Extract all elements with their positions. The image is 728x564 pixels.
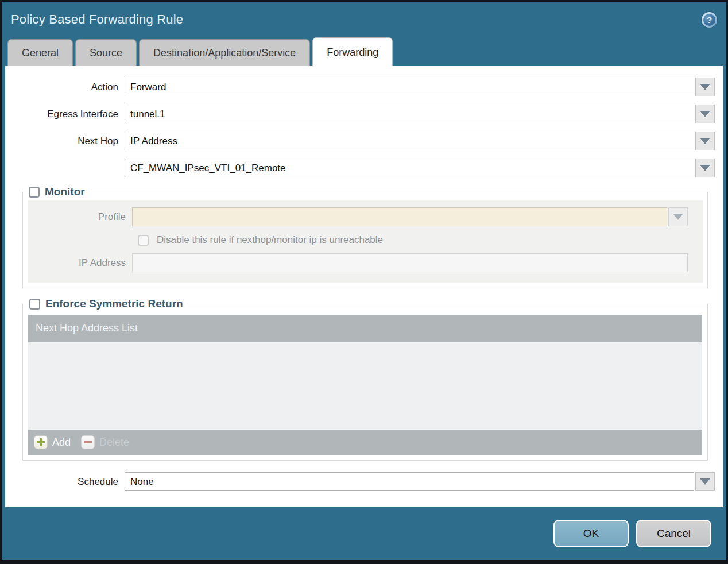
dialog-titlebar: Policy Based Forwarding Rule ?: [2, 2, 726, 37]
profile-dropdown-button: [668, 207, 688, 226]
chevron-down-icon: [700, 478, 710, 485]
disable-rule-label: Disable this rule if nexthop/monitor ip …: [157, 234, 383, 246]
egress-interface-row: Egress Interface: [11, 105, 715, 123]
minus-icon: [81, 435, 95, 449]
schedule-input[interactable]: [125, 472, 694, 491]
monitor-ip-address-row: IP Address: [28, 253, 688, 272]
schedule-row: Schedule: [11, 472, 715, 491]
delete-button: Delete: [81, 435, 129, 449]
profile-input: [132, 207, 667, 226]
tab-destination-application-service[interactable]: Destination/Application/Service: [139, 39, 310, 66]
action-label: Action: [11, 82, 125, 93]
question-mark-glyph: ?: [703, 14, 715, 26]
enforce-symmetric-return-checkbox[interactable]: [29, 299, 40, 310]
dialog-button-bar: OK Cancel: [2, 507, 726, 560]
profile-combo: [132, 207, 688, 226]
next-hop-type-dropdown-button[interactable]: [695, 132, 715, 150]
disable-rule-row: Disable this rule if nexthop/monitor ip …: [138, 234, 688, 246]
egress-interface-label: Egress Interface: [11, 109, 125, 120]
next-hop-address-dropdown-button[interactable]: [695, 159, 715, 177]
next-hop-row: Next Hop: [11, 132, 715, 150]
delete-button-label: Delete: [99, 436, 129, 449]
add-button[interactable]: Add: [34, 435, 71, 449]
policy-based-forwarding-rule-dialog: Policy Based Forwarding Rule ? General S…: [0, 0, 728, 564]
profile-row: Profile: [28, 207, 688, 226]
profile-label: Profile: [28, 211, 132, 223]
action-combo: [125, 78, 715, 96]
monitor-section: Monitor Profile Disable this rule if nex…: [22, 186, 708, 288]
help-icon[interactable]: ?: [702, 12, 717, 28]
disable-rule-checkbox: [138, 235, 149, 246]
next-hop-address-input[interactable]: [125, 159, 694, 177]
egress-interface-input[interactable]: [125, 105, 694, 123]
forwarding-tab-panel: Action Egress Interface Next Hop: [5, 66, 723, 507]
enforce-symmetric-return-legend: Enforce Symmetric Return: [28, 298, 187, 310]
next-hop-address-list-table: Next Hop Address List Add Delete: [28, 315, 702, 455]
monitor-ip-address-input: [132, 253, 688, 272]
chevron-down-icon: [673, 214, 683, 220]
tab-forwarding[interactable]: Forwarding: [312, 37, 393, 66]
next-hop-address-row: [11, 159, 715, 177]
next-hop-address-list-header: Next Hop Address List: [28, 315, 702, 342]
next-hop-address-combo: [125, 159, 715, 177]
next-hop-address-list-toolbar: Add Delete: [28, 430, 702, 455]
chevron-down-icon: [700, 138, 710, 144]
action-row: Action: [11, 78, 715, 96]
chevron-down-icon: [700, 111, 710, 117]
egress-interface-combo: [125, 105, 715, 123]
egress-interface-dropdown-button[interactable]: [695, 105, 715, 123]
monitor-ip-address-label: IP Address: [28, 257, 132, 269]
cancel-button[interactable]: Cancel: [636, 520, 711, 547]
enforce-symmetric-return-section: Enforce Symmetric Return Next Hop Addres…: [22, 298, 708, 461]
next-hop-type-combo: [125, 132, 715, 150]
schedule-dropdown-button[interactable]: [695, 472, 715, 491]
add-button-label: Add: [52, 436, 71, 449]
monitor-panel: Profile Disable this rule if nexthop/mon…: [28, 200, 703, 283]
monitor-checkbox[interactable]: [29, 187, 40, 198]
chevron-down-icon: [700, 165, 710, 171]
chevron-down-icon: [700, 84, 710, 90]
next-hop-address-list-body[interactable]: [28, 342, 702, 430]
dialog-title: Policy Based Forwarding Rule: [11, 12, 183, 27]
action-input[interactable]: [125, 78, 694, 96]
schedule-combo: [125, 472, 715, 491]
tab-source[interactable]: Source: [75, 39, 137, 66]
next-hop-label: Next Hop: [11, 136, 125, 147]
next-hop-type-input[interactable]: [125, 132, 694, 150]
enforce-symmetric-return-title: Enforce Symmetric Return: [45, 298, 183, 310]
plus-icon: [34, 435, 48, 449]
action-dropdown-button[interactable]: [695, 78, 715, 96]
ok-button[interactable]: OK: [553, 520, 629, 547]
tab-general[interactable]: General: [7, 39, 73, 66]
monitor-legend: Monitor: [28, 186, 88, 198]
schedule-label: Schedule: [11, 476, 125, 488]
monitor-title: Monitor: [45, 186, 85, 198]
tab-bar: General Source Destination/Application/S…: [2, 37, 726, 66]
